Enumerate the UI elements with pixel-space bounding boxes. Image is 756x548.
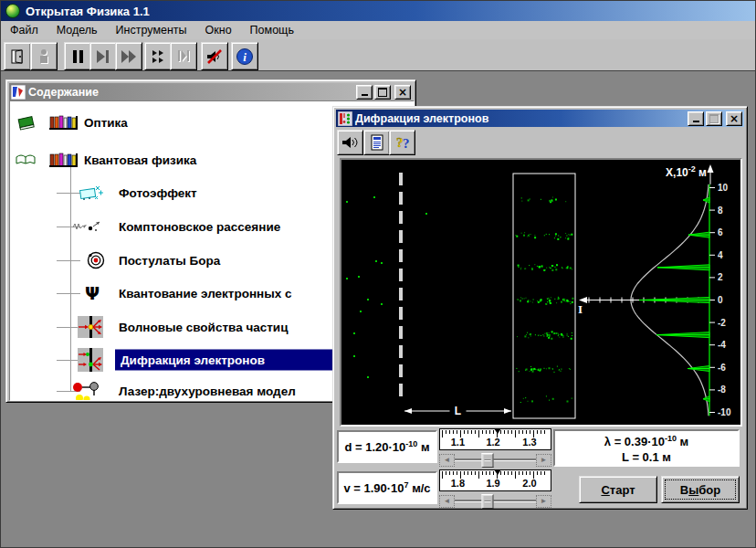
svg-text:-6: -6: [718, 363, 726, 373]
v-slider[interactable]: 1.8 1.9 2.0 ◄ ►: [439, 469, 551, 509]
v-slider-scale: 1.8 1.9 2.0: [439, 469, 551, 491]
svg-text:6: 6: [718, 227, 723, 237]
app-title: Открытая Физика 1.1: [26, 5, 150, 18]
closed-book-icon: [16, 114, 37, 131]
step-forward-icon: [95, 48, 111, 65]
menu-model[interactable]: Модель: [47, 22, 107, 38]
menu-file[interactable]: Файл: [1, 22, 47, 38]
application-window: Открытая Физика 1.1 Файл Модель Инструме…: [0, 0, 756, 548]
v-slider-thumb[interactable]: [481, 494, 493, 509]
psi-icon: Ψ: [85, 283, 100, 303]
run-all-button-disabled: [170, 42, 197, 70]
dialog-title: Дифракция электронов: [355, 112, 488, 125]
contents-close-button[interactable]: ×: [394, 85, 411, 100]
contents-titlebar[interactable]: Содержание ×: [9, 83, 413, 100]
svg-text:-8: -8: [718, 385, 726, 395]
info-icon: i: [236, 47, 254, 66]
simulation-canvas: L1086420-2-4-6-8-10I X,10-2 м: [340, 158, 742, 427]
dialog-maximize-button[interactable]: [706, 111, 722, 126]
svg-text:10: 10: [718, 183, 729, 193]
pause-button[interactable]: [64, 42, 91, 70]
svg-text:I: I: [578, 302, 583, 316]
v-slider-pointer: [494, 469, 501, 475]
step-forward-button[interactable]: [89, 42, 117, 70]
tree-item-label: Оптика: [84, 116, 128, 130]
main-titlebar[interactable]: Открытая Физика 1.1: [1, 1, 755, 21]
svg-text:0: 0: [718, 295, 723, 305]
description-icon: [370, 134, 384, 151]
sound-toggle-button[interactable]: [201, 42, 228, 70]
d-slider-scale: 1.1 1.2 1.3: [439, 428, 551, 450]
svg-text:-10: -10: [718, 407, 731, 417]
d-slider-right-arrow[interactable]: ►: [536, 454, 551, 467]
compton-scattering-icon: [72, 219, 105, 234]
v-value-display: v = 1.90·107 м/с: [337, 471, 437, 504]
dialog-window-icon: [338, 111, 352, 126]
tree-item-label: Квантование электронных с: [119, 287, 292, 300]
svg-text:4: 4: [718, 250, 723, 260]
start-button[interactable]: Старт: [579, 476, 657, 503]
pause-icon: [69, 48, 86, 65]
v-slider-track[interactable]: ◄ ►: [439, 494, 551, 508]
dialog-minimize-button[interactable]: [688, 111, 704, 126]
focus-ring: [665, 480, 736, 500]
diffraction-dialog: Дифракция электронов × ?: [332, 106, 748, 510]
run-all-button[interactable]: [144, 42, 172, 70]
contents-window-icon: [11, 85, 26, 100]
x-axis-label: X,10-2 м: [666, 164, 707, 179]
photoeffect-icon: [78, 184, 105, 202]
contents-minimize-button[interactable]: [356, 85, 373, 100]
tree-item-label: Фотоэффект: [119, 186, 197, 200]
fast-forward-icon: [121, 48, 137, 65]
info-button[interactable]: i: [231, 42, 258, 70]
tree-item-label: Волновые свойства частиц: [119, 321, 288, 334]
model-person-icon: [36, 48, 52, 65]
tree-item-label: Лазер:двухуровневая модел: [119, 385, 296, 398]
open-book-icon: [15, 153, 37, 167]
tree-item-label: Квантовая физика: [84, 153, 196, 167]
bookshelf-icon: [49, 113, 78, 132]
menu-tools[interactable]: Инструменты: [107, 22, 196, 38]
menubar: Файл Модель Инструменты Окно Помощь: [1, 21, 755, 40]
svg-text:i: i: [243, 50, 247, 64]
sound-muted-icon: [205, 48, 224, 65]
svg-text:L: L: [455, 405, 461, 417]
svg-text:2: 2: [718, 272, 723, 282]
bookshelf-icon: [49, 151, 78, 169]
v-slider-right-arrow[interactable]: ►: [536, 495, 551, 508]
exit-door-icon: [9, 48, 26, 65]
svg-text:-2: -2: [718, 318, 726, 328]
dialog-help-button[interactable]: ? ?: [389, 130, 415, 155]
menu-window[interactable]: Окно: [196, 22, 241, 38]
dialog-description-button[interactable]: [363, 130, 390, 155]
contents-title: Содержание: [28, 86, 99, 99]
d-value-display: d = 1.20·10-10 м: [337, 430, 437, 463]
contents-maximize-button[interactable]: [374, 85, 391, 100]
dialog-close-button[interactable]: ×: [726, 111, 742, 126]
exit-button[interactable]: [4, 42, 31, 70]
tree-item-label: Комптоновское рассеяние: [119, 220, 280, 234]
double-arrows-icon: [150, 48, 166, 65]
double-arrows-disabled-icon: [175, 48, 192, 65]
v-slider-left-arrow[interactable]: ◄: [439, 495, 455, 508]
fast-forward-button[interactable]: [115, 42, 142, 70]
d-slider-left-arrow[interactable]: ◄: [439, 454, 455, 467]
d-slider-thumb[interactable]: [481, 453, 493, 468]
tree-item-label: Постулаты Бора: [119, 254, 220, 268]
svg-text:-4: -4: [718, 340, 726, 350]
d-slider[interactable]: 1.1 1.2 1.3 ◄ ►: [439, 428, 551, 468]
svg-text:?: ?: [403, 136, 410, 151]
svg-text:8: 8: [718, 206, 723, 216]
dialog-titlebar[interactable]: Дифракция электронов ×: [336, 110, 744, 127]
sound-icon: [341, 134, 360, 151]
help-icon: ? ?: [394, 134, 412, 151]
electron-diffraction-icon: [78, 348, 103, 372]
dialog-sound-button[interactable]: [337, 130, 363, 155]
select-button[interactable]: Выбор: [661, 476, 740, 503]
lambda-L-display: λ = 0.39·10-10 м L = 0.1 м: [553, 429, 740, 467]
model-button-disabled: [30, 42, 58, 70]
laser-icon: [72, 381, 103, 401]
menu-help[interactable]: Помощь: [241, 22, 303, 38]
d-slider-track[interactable]: ◄ ►: [439, 453, 551, 467]
d-slider-pointer: [494, 428, 501, 434]
